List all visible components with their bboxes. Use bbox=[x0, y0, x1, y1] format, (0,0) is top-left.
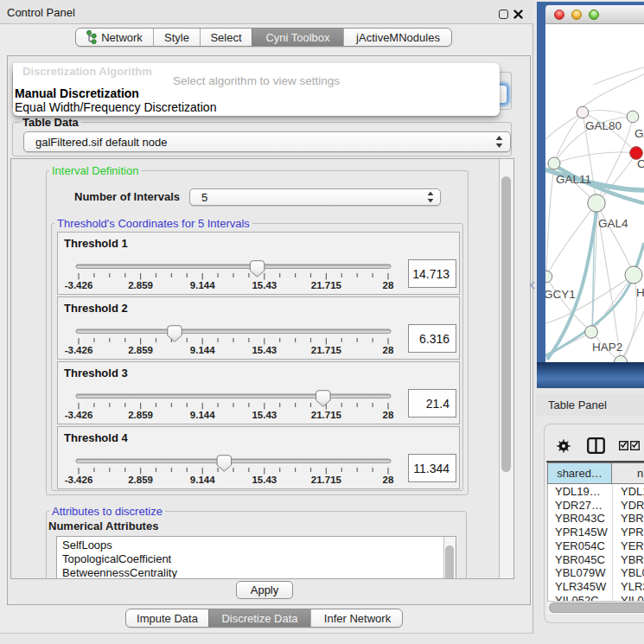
svg-text:GAL11: GAL11 bbox=[556, 173, 591, 186]
svg-text:GA: GA bbox=[634, 127, 644, 140]
svg-text:C: C bbox=[637, 157, 644, 170]
svg-text:HAP2: HAP2 bbox=[592, 341, 622, 354]
svg-text:GAL80: GAL80 bbox=[585, 119, 622, 132]
svg-text:H: H bbox=[636, 286, 644, 299]
svg-text:GAL4: GAL4 bbox=[598, 217, 628, 230]
svg-text:GCY1: GCY1 bbox=[545, 288, 576, 301]
